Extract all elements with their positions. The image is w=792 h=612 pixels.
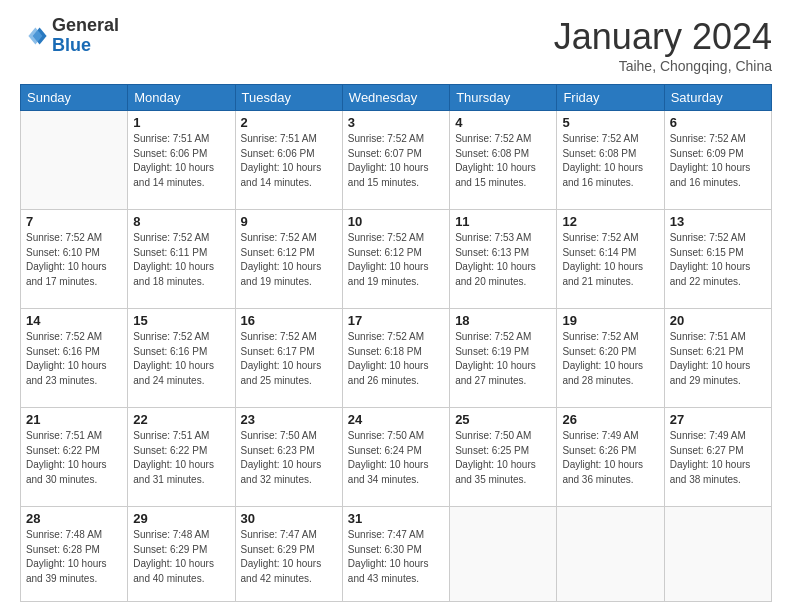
weekday-header-sunday: Sunday [21, 85, 128, 111]
logo-text: General Blue [52, 16, 119, 56]
day-info: Sunrise: 7:51 AMSunset: 6:06 PMDaylight:… [241, 132, 337, 190]
calendar-cell-1-6: 5Sunrise: 7:52 AMSunset: 6:08 PMDaylight… [557, 111, 664, 210]
day-number: 6 [670, 115, 766, 130]
week-row-5: 28Sunrise: 7:48 AMSunset: 6:28 PMDayligh… [21, 507, 772, 602]
day-number: 10 [348, 214, 444, 229]
day-info: Sunrise: 7:51 AMSunset: 6:22 PMDaylight:… [133, 429, 229, 487]
day-info: Sunrise: 7:52 AMSunset: 6:09 PMDaylight:… [670, 132, 766, 190]
calendar-cell-2-6: 12Sunrise: 7:52 AMSunset: 6:14 PMDayligh… [557, 210, 664, 309]
calendar-cell-5-6 [557, 507, 664, 602]
calendar-cell-4-7: 27Sunrise: 7:49 AMSunset: 6:27 PMDayligh… [664, 408, 771, 507]
day-info: Sunrise: 7:52 AMSunset: 6:20 PMDaylight:… [562, 330, 658, 388]
week-row-1: 1Sunrise: 7:51 AMSunset: 6:06 PMDaylight… [21, 111, 772, 210]
month-title: January 2024 [554, 16, 772, 58]
calendar-cell-2-2: 8Sunrise: 7:52 AMSunset: 6:11 PMDaylight… [128, 210, 235, 309]
calendar-cell-5-3: 30Sunrise: 7:47 AMSunset: 6:29 PMDayligh… [235, 507, 342, 602]
calendar-cell-3-3: 16Sunrise: 7:52 AMSunset: 6:17 PMDayligh… [235, 309, 342, 408]
day-number: 31 [348, 511, 444, 526]
day-info: Sunrise: 7:47 AMSunset: 6:30 PMDaylight:… [348, 528, 444, 586]
day-info: Sunrise: 7:52 AMSunset: 6:07 PMDaylight:… [348, 132, 444, 190]
weekday-header-row: SundayMondayTuesdayWednesdayThursdayFrid… [21, 85, 772, 111]
title-block: January 2024 Taihe, Chongqing, China [554, 16, 772, 74]
weekday-header-saturday: Saturday [664, 85, 771, 111]
day-info: Sunrise: 7:52 AMSunset: 6:14 PMDaylight:… [562, 231, 658, 289]
location: Taihe, Chongqing, China [554, 58, 772, 74]
weekday-header-wednesday: Wednesday [342, 85, 449, 111]
day-info: Sunrise: 7:49 AMSunset: 6:27 PMDaylight:… [670, 429, 766, 487]
day-number: 19 [562, 313, 658, 328]
day-number: 12 [562, 214, 658, 229]
calendar-cell-2-3: 9Sunrise: 7:52 AMSunset: 6:12 PMDaylight… [235, 210, 342, 309]
day-number: 1 [133, 115, 229, 130]
weekday-header-monday: Monday [128, 85, 235, 111]
week-row-4: 21Sunrise: 7:51 AMSunset: 6:22 PMDayligh… [21, 408, 772, 507]
calendar-cell-3-6: 19Sunrise: 7:52 AMSunset: 6:20 PMDayligh… [557, 309, 664, 408]
day-info: Sunrise: 7:52 AMSunset: 6:16 PMDaylight:… [133, 330, 229, 388]
day-info: Sunrise: 7:52 AMSunset: 6:17 PMDaylight:… [241, 330, 337, 388]
day-info: Sunrise: 7:53 AMSunset: 6:13 PMDaylight:… [455, 231, 551, 289]
day-number: 14 [26, 313, 122, 328]
logo-icon [20, 22, 48, 50]
calendar-cell-5-1: 28Sunrise: 7:48 AMSunset: 6:28 PMDayligh… [21, 507, 128, 602]
day-number: 25 [455, 412, 551, 427]
header: General Blue January 2024 Taihe, Chongqi… [20, 16, 772, 74]
calendar-table: SundayMondayTuesdayWednesdayThursdayFrid… [20, 84, 772, 602]
calendar-cell-1-3: 2Sunrise: 7:51 AMSunset: 6:06 PMDaylight… [235, 111, 342, 210]
calendar-cell-5-7 [664, 507, 771, 602]
day-info: Sunrise: 7:52 AMSunset: 6:15 PMDaylight:… [670, 231, 766, 289]
day-info: Sunrise: 7:52 AMSunset: 6:19 PMDaylight:… [455, 330, 551, 388]
calendar-cell-4-6: 26Sunrise: 7:49 AMSunset: 6:26 PMDayligh… [557, 408, 664, 507]
day-number: 2 [241, 115, 337, 130]
day-info: Sunrise: 7:50 AMSunset: 6:24 PMDaylight:… [348, 429, 444, 487]
calendar-cell-3-4: 17Sunrise: 7:52 AMSunset: 6:18 PMDayligh… [342, 309, 449, 408]
weekday-header-friday: Friday [557, 85, 664, 111]
day-number: 30 [241, 511, 337, 526]
day-info: Sunrise: 7:47 AMSunset: 6:29 PMDaylight:… [241, 528, 337, 586]
calendar-cell-4-2: 22Sunrise: 7:51 AMSunset: 6:22 PMDayligh… [128, 408, 235, 507]
day-info: Sunrise: 7:52 AMSunset: 6:08 PMDaylight:… [455, 132, 551, 190]
weekday-header-tuesday: Tuesday [235, 85, 342, 111]
day-number: 21 [26, 412, 122, 427]
week-row-3: 14Sunrise: 7:52 AMSunset: 6:16 PMDayligh… [21, 309, 772, 408]
calendar-cell-3-1: 14Sunrise: 7:52 AMSunset: 6:16 PMDayligh… [21, 309, 128, 408]
day-number: 27 [670, 412, 766, 427]
day-number: 24 [348, 412, 444, 427]
day-number: 3 [348, 115, 444, 130]
day-number: 13 [670, 214, 766, 229]
day-info: Sunrise: 7:52 AMSunset: 6:18 PMDaylight:… [348, 330, 444, 388]
page: General Blue January 2024 Taihe, Chongqi… [0, 0, 792, 612]
day-info: Sunrise: 7:51 AMSunset: 6:06 PMDaylight:… [133, 132, 229, 190]
day-info: Sunrise: 7:50 AMSunset: 6:25 PMDaylight:… [455, 429, 551, 487]
weekday-header-thursday: Thursday [450, 85, 557, 111]
calendar-cell-1-2: 1Sunrise: 7:51 AMSunset: 6:06 PMDaylight… [128, 111, 235, 210]
calendar-cell-2-4: 10Sunrise: 7:52 AMSunset: 6:12 PMDayligh… [342, 210, 449, 309]
day-info: Sunrise: 7:50 AMSunset: 6:23 PMDaylight:… [241, 429, 337, 487]
calendar-cell-1-7: 6Sunrise: 7:52 AMSunset: 6:09 PMDaylight… [664, 111, 771, 210]
day-info: Sunrise: 7:52 AMSunset: 6:10 PMDaylight:… [26, 231, 122, 289]
day-number: 20 [670, 313, 766, 328]
day-number: 17 [348, 313, 444, 328]
day-info: Sunrise: 7:52 AMSunset: 6:08 PMDaylight:… [562, 132, 658, 190]
calendar-cell-5-2: 29Sunrise: 7:48 AMSunset: 6:29 PMDayligh… [128, 507, 235, 602]
calendar-cell-5-4: 31Sunrise: 7:47 AMSunset: 6:30 PMDayligh… [342, 507, 449, 602]
calendar-cell-1-4: 3Sunrise: 7:52 AMSunset: 6:07 PMDaylight… [342, 111, 449, 210]
calendar-cell-1-1 [21, 111, 128, 210]
day-info: Sunrise: 7:52 AMSunset: 6:16 PMDaylight:… [26, 330, 122, 388]
day-info: Sunrise: 7:51 AMSunset: 6:21 PMDaylight:… [670, 330, 766, 388]
day-number: 16 [241, 313, 337, 328]
day-number: 5 [562, 115, 658, 130]
day-number: 28 [26, 511, 122, 526]
day-number: 4 [455, 115, 551, 130]
week-row-2: 7Sunrise: 7:52 AMSunset: 6:10 PMDaylight… [21, 210, 772, 309]
day-number: 9 [241, 214, 337, 229]
calendar-cell-2-7: 13Sunrise: 7:52 AMSunset: 6:15 PMDayligh… [664, 210, 771, 309]
calendar-cell-2-5: 11Sunrise: 7:53 AMSunset: 6:13 PMDayligh… [450, 210, 557, 309]
calendar-cell-4-4: 24Sunrise: 7:50 AMSunset: 6:24 PMDayligh… [342, 408, 449, 507]
day-number: 29 [133, 511, 229, 526]
day-number: 7 [26, 214, 122, 229]
day-info: Sunrise: 7:51 AMSunset: 6:22 PMDaylight:… [26, 429, 122, 487]
day-info: Sunrise: 7:52 AMSunset: 6:12 PMDaylight:… [348, 231, 444, 289]
day-number: 26 [562, 412, 658, 427]
logo: General Blue [20, 16, 119, 56]
day-info: Sunrise: 7:52 AMSunset: 6:12 PMDaylight:… [241, 231, 337, 289]
